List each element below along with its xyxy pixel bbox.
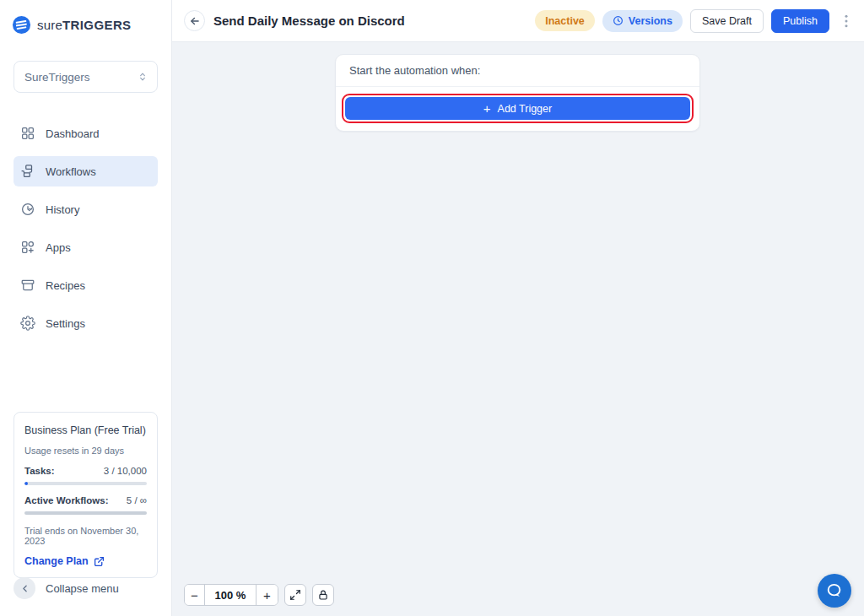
chat-bubble-icon <box>825 581 844 600</box>
change-plan-link[interactable]: Change Plan <box>24 555 147 567</box>
publish-label: Publish <box>783 15 818 27</box>
tasks-value: 3 / 10,000 <box>104 466 147 476</box>
trial-ends-text: Trial ends on November 30, 2023 <box>24 526 147 546</box>
save-draft-button[interactable]: Save Draft <box>690 9 764 33</box>
trigger-card-body: + Add Trigger <box>336 87 699 131</box>
active-workflows-value: 5 / ∞ <box>127 495 147 505</box>
versions-clock-icon <box>613 15 624 26</box>
chevron-left-icon <box>19 583 30 594</box>
sidebar-item-label: Dashboard <box>46 127 100 140</box>
zoom-in-button[interactable]: + <box>256 585 278 605</box>
external-link-icon <box>94 556 105 567</box>
publish-button[interactable]: Publish <box>771 9 829 33</box>
sidebar-item-label: History <box>46 203 79 216</box>
org-selector-value: SureTriggers <box>24 71 90 84</box>
sidebar-item-label: Workflows <box>46 165 96 178</box>
brand-word-regular: sure <box>37 18 62 32</box>
dashboard-grid-icon <box>20 126 35 141</box>
zoom-out-button[interactable]: − <box>185 585 205 605</box>
sidebar-item-dashboard[interactable]: Dashboard <box>14 118 158 149</box>
sidebar-item-apps[interactable]: Apps <box>14 232 158 262</box>
add-trigger-button[interactable]: + Add Trigger <box>345 97 690 120</box>
sidebar-item-workflows[interactable]: Workflows <box>14 156 158 186</box>
plan-usage-card: Business Plan (Free Trial) Usage resets … <box>14 412 158 578</box>
more-options-kebab-icon[interactable] <box>839 10 854 32</box>
sidebar-item-settings[interactable]: Settings <box>14 308 158 338</box>
workflow-icon <box>20 164 35 179</box>
brand-logo: sureTRIGGERS <box>12 15 132 35</box>
kebab-dots-icon <box>845 14 848 28</box>
sidebar-nav: Dashboard Workflows History <box>14 118 158 338</box>
collapse-menu-button[interactable]: Collapse menu <box>14 577 119 599</box>
plan-title: Business Plan (Free Trial) <box>24 424 147 436</box>
sidebar: sureTRIGGERS SureTriggers Dashboard <box>0 0 172 616</box>
workflows-progress-bar <box>24 511 147 515</box>
workflow-canvas: Start the automation when: + Add Trigger… <box>172 42 864 616</box>
action-highlight-ring: + Add Trigger <box>342 94 694 123</box>
trigger-setup-card: Start the automation when: + Add Trigger <box>335 54 700 132</box>
fit-view-button[interactable] <box>284 584 306 606</box>
header-actions: Inactive Versions Save Draft Publish <box>535 9 854 33</box>
tasks-usage-row: Tasks: 3 / 10,000 <box>24 466 147 476</box>
apps-plus-icon <box>20 240 35 255</box>
help-chat-button[interactable] <box>818 574 851 608</box>
settings-gear-icon <box>20 316 35 331</box>
suretriggers-app: sureTRIGGERS SureTriggers Dashboard <box>0 0 864 616</box>
lock-icon <box>317 589 329 601</box>
collapse-menu-label: Collapse menu <box>46 582 119 595</box>
tasks-progress-fill <box>24 482 28 485</box>
sidebar-item-history[interactable]: History <box>14 194 158 224</box>
workflow-header: Send Daily Message on Discord Inactive V… <box>172 0 864 42</box>
change-plan-label: Change Plan <box>24 555 89 567</box>
status-badge: Inactive <box>535 10 595 31</box>
sidebar-item-label: Settings <box>46 317 85 330</box>
trigger-card-heading: Start the automation when: <box>349 64 480 77</box>
collapse-circle <box>14 577 35 599</box>
minus-icon: − <box>191 588 198 602</box>
org-selector-dropdown[interactable]: SureTriggers <box>14 61 158 93</box>
trigger-card-header: Start the automation when: <box>336 55 699 87</box>
chevron-up-down-icon <box>137 71 148 83</box>
versions-button[interactable]: Versions <box>602 10 683 32</box>
zoom-level-display: 100 % <box>205 585 256 605</box>
tasks-label: Tasks: <box>24 466 55 476</box>
history-clock-icon <box>20 202 35 217</box>
arrow-left-icon <box>189 15 201 27</box>
workflows-usage-row: Active Workflows: 5 / ∞ <box>24 495 147 505</box>
usage-reset-text: Usage resets in 29 days <box>24 446 147 456</box>
plus-icon: + <box>483 102 491 115</box>
suretriggers-logo-icon <box>12 15 31 35</box>
sidebar-item-label: Apps <box>46 241 71 254</box>
canvas-zoom-toolbar: − 100 % + <box>184 584 334 606</box>
brand-word-bold: TRIGGERS <box>62 18 132 32</box>
plus-icon: + <box>263 588 271 602</box>
lock-canvas-button[interactable] <box>312 584 334 606</box>
versions-label: Versions <box>629 15 672 27</box>
workflow-title: Send Daily Message on Discord <box>213 14 405 28</box>
active-workflows-label: Active Workflows: <box>24 495 108 505</box>
sidebar-item-recipes[interactable]: Recipes <box>14 270 158 300</box>
fit-view-expand-icon <box>289 589 301 601</box>
add-trigger-label: Add Trigger <box>498 103 553 115</box>
recipes-box-icon <box>20 278 35 293</box>
back-button[interactable] <box>184 10 205 31</box>
save-draft-label: Save Draft <box>702 15 752 27</box>
status-badge-label: Inactive <box>545 15 585 27</box>
sidebar-item-label: Recipes <box>46 279 85 292</box>
brand-wordmark: sureTRIGGERS <box>37 18 132 32</box>
zoom-control-group: − 100 % + <box>184 584 278 606</box>
tasks-progress-bar <box>24 482 147 485</box>
